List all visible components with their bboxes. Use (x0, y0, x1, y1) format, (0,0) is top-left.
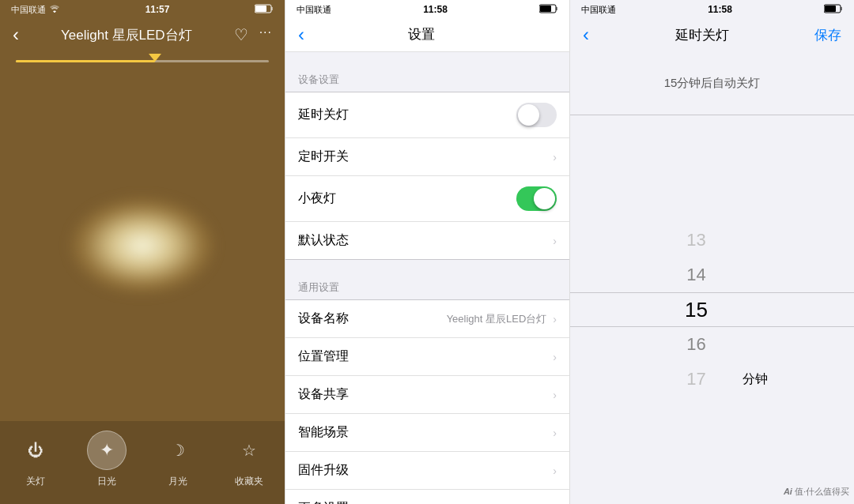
picker-item-15[interactable]: 15 (657, 292, 736, 327)
settings-content: 设备设置 延时关灯 定时开关 › 小夜灯 (285, 52, 569, 504)
watermark-text: 值·什么值得买 (795, 487, 849, 496)
chevron-timer: › (553, 151, 557, 164)
moonlight-icon: ☽ (158, 431, 198, 470)
more-button-p1[interactable]: ··· (259, 25, 272, 44)
picker-item-14[interactable]: 14 (657, 258, 736, 292)
settings-row-location[interactable]: 位置管理 › (285, 338, 569, 376)
location-label: 位置管理 (298, 348, 349, 365)
picker-column-minutes[interactable]: 13 14 15 16 17 (657, 223, 736, 397)
daylight-icon: ✦ (87, 431, 127, 470)
status-bar-p3: 中国联通 11:58 (570, 0, 854, 17)
watermark-ai: Ai (784, 487, 792, 496)
page-title-p3: 延时关灯 (675, 26, 729, 44)
delay-off-toggle[interactable] (516, 103, 557, 127)
svg-rect-7 (841, 7, 842, 10)
toggle-knob-delay-off (518, 104, 539, 126)
panel-timer-off: 中国联通 11:58 ‹ 延时关灯 保存 15分钟后自动关灯 13 14 15 … (569, 0, 854, 504)
auto-off-label: 15分钟后自动关灯 (664, 76, 761, 91)
panel-light-control: 中国联通 11:57 ‹ Yeelight 星辰LED台灯 (0, 0, 285, 504)
settings-row-timer[interactable]: 定时开关 › (285, 138, 569, 176)
more-settings-label: 更多设置 (298, 500, 349, 504)
brightness-fill (16, 60, 155, 62)
svg-rect-5 (540, 6, 551, 12)
battery-p3 (824, 4, 843, 15)
favorites-icon: ☆ (229, 431, 269, 470)
page-title-p2: 设置 (408, 25, 435, 43)
time-p3: 11:58 (708, 4, 732, 15)
firmware-label: 固件升级 (298, 462, 349, 479)
power-icon: ⏻ (16, 431, 55, 470)
share-label: 设备共享 (298, 386, 349, 403)
chevron-default-state: › (553, 235, 557, 247)
power-label: 关灯 (26, 475, 45, 488)
nav-bar-p2: ‹ 设置 (285, 17, 569, 52)
moonlight-button[interactable]: ☽ 月光 (158, 431, 198, 488)
section1-label: 设备设置 (285, 68, 569, 92)
light-glow-display (0, 70, 285, 421)
favorites-label: 收藏夹 (235, 475, 263, 488)
daylight-button[interactable]: ✦ 日光 (87, 431, 127, 488)
chevron-location: › (553, 351, 557, 363)
brightness-track[interactable] (16, 60, 269, 62)
svg-rect-4 (556, 7, 557, 10)
power-button[interactable]: ⏻ 关灯 (16, 431, 55, 488)
carrier-p3: 中国联通 (581, 4, 616, 16)
chevron-share: › (553, 389, 557, 401)
back-button-p1[interactable]: ‹ (13, 24, 19, 46)
device-name-label: 设备名称 (298, 310, 349, 327)
toggle-knob-nightlight (534, 188, 555, 209)
picker-item-17[interactable]: 17 (657, 362, 736, 397)
save-button[interactable]: 保存 (814, 26, 841, 44)
brightness-slider-area (0, 52, 285, 70)
nightlight-label: 小夜灯 (298, 190, 336, 207)
moonlight-label: 月光 (168, 475, 187, 488)
settings-row-nightlight[interactable]: 小夜灯 (285, 176, 569, 222)
chevron-smart-scene: › (553, 427, 557, 439)
settings-row-share[interactable]: 设备共享 › (285, 376, 569, 414)
section2-label: 通用设置 (285, 276, 569, 299)
favorites-button[interactable]: ☆ 收藏夹 (229, 431, 269, 488)
favorite-button-p1[interactable]: ♡ (234, 25, 248, 44)
svg-rect-2 (255, 6, 266, 12)
nav-bar-p3: ‹ 延时关灯 保存 (570, 17, 854, 52)
status-bar-p2: 中国联通 11:58 (285, 0, 569, 17)
glow-effect (71, 198, 214, 293)
back-button-p2[interactable]: ‹ (298, 24, 304, 46)
settings-group-general: 设备名称 Yeelight 星辰LED台灯 › 位置管理 › 设备共享 › 智能… (285, 299, 569, 504)
default-state-label: 默认状态 (298, 232, 349, 249)
picker-unit: 分钟 (743, 371, 768, 388)
nav-bar-p1: ‹ Yeelight 星辰LED台灯 ♡ ··· (0, 17, 285, 52)
picker-item-13[interactable]: 13 (657, 223, 736, 258)
battery-p2 (539, 4, 558, 15)
device-name-value: Yeelight 星辰LED台灯 (447, 312, 547, 326)
time-p1: 11:57 (145, 4, 170, 15)
settings-row-smart-scene[interactable]: 智能场景 › (285, 414, 569, 452)
status-bar-p1: 中国联通 11:57 (0, 0, 285, 17)
settings-row-delay-off[interactable]: 延时关灯 (285, 92, 569, 138)
settings-row-device-name[interactable]: 设备名称 Yeelight 星辰LED台灯 › (285, 300, 569, 338)
carrier-p1: 中国联通 (11, 4, 46, 16)
picker-item-16[interactable]: 16 (657, 327, 736, 362)
timer-header: 15分钟后自动关灯 (570, 52, 854, 115)
time-picker[interactable]: 13 14 15 16 17 分钟 (570, 115, 854, 504)
back-button-p3[interactable]: ‹ (583, 24, 589, 46)
wifi-icon-p1 (49, 5, 60, 14)
svg-rect-1 (271, 7, 273, 10)
carrier-p2: 中国联通 (297, 4, 331, 16)
settings-row-default-state[interactable]: 默认状态 › (285, 222, 569, 259)
brightness-thumb[interactable] (149, 54, 161, 62)
settings-row-more[interactable]: 更多设置 › (285, 490, 569, 504)
settings-group-device: 延时关灯 定时开关 › 小夜灯 默认状态 › (285, 92, 569, 260)
watermark: Ai 值·什么值得买 (784, 486, 849, 498)
battery-p1 (255, 4, 274, 15)
timer-label: 定时开关 (298, 149, 349, 165)
delay-off-label: 延时关灯 (298, 107, 349, 123)
bottom-controls: ⏻ 关灯 ✦ 日光 ☽ 月光 ☆ 收藏夹 (0, 421, 285, 504)
daylight-label: 日光 (97, 475, 116, 488)
chevron-firmware: › (553, 465, 557, 477)
nightlight-toggle[interactable] (516, 186, 557, 211)
smart-scene-label: 智能场景 (298, 424, 349, 441)
panel-settings: 中国联通 11:58 ‹ 设置 设备设置 延时关灯 (285, 0, 569, 504)
time-p2: 11:58 (423, 4, 448, 15)
settings-row-firmware[interactable]: 固件升级 › (285, 452, 569, 490)
